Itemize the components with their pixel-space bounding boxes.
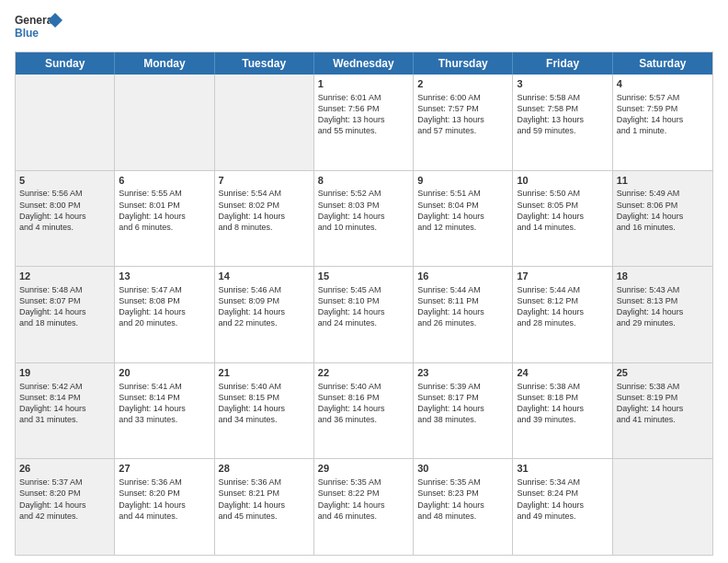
day-number: 13	[119, 270, 210, 283]
day-number: 26	[19, 462, 110, 476]
cell-info-line: and 29 minutes.	[617, 317, 709, 328]
cal-cell-23: 23Sunrise: 5:39 AMSunset: 8:17 PMDayligh…	[414, 363, 513, 459]
cell-info-line: Sunrise: 5:49 AM	[617, 188, 709, 199]
cell-info-line: and 26 minutes.	[417, 317, 508, 328]
cell-info-line: Sunrise: 5:42 AM	[19, 381, 110, 392]
cal-cell-20: 20Sunrise: 5:41 AMSunset: 8:14 PMDayligh…	[115, 363, 214, 459]
cell-info-line: Sunrise: 5:36 AM	[219, 477, 310, 488]
calendar: SundayMondayTuesdayWednesdayThursdayFrid…	[15, 52, 713, 556]
cal-cell-17: 17Sunrise: 5:44 AMSunset: 8:12 PMDayligh…	[513, 267, 612, 362]
cell-info-line: and 18 minutes.	[19, 317, 110, 328]
cal-header-day-wednesday: Wednesday	[314, 52, 414, 75]
cal-header-day-thursday: Thursday	[414, 52, 513, 75]
cell-info-line: Sunset: 8:22 PM	[318, 488, 409, 499]
cell-info-line: Sunrise: 5:47 AM	[119, 284, 210, 295]
cell-info-line: and 46 minutes.	[318, 511, 409, 522]
cell-info-line: Daylight: 13 hours	[517, 114, 608, 125]
cal-cell-21: 21Sunrise: 5:40 AMSunset: 8:15 PMDayligh…	[215, 363, 314, 459]
logo: General Blue	[15, 11, 63, 44]
cell-info-line: Sunset: 8:17 PM	[417, 392, 508, 403]
cell-info-line: Sunset: 8:01 PM	[119, 200, 210, 211]
cell-info-line: and 45 minutes.	[219, 511, 310, 522]
cell-info-line: Sunset: 8:20 PM	[119, 488, 210, 499]
cell-info-line: and 6 minutes.	[119, 222, 210, 233]
cell-info-line: and 49 minutes.	[517, 511, 608, 522]
cell-info-line: Sunset: 8:21 PM	[219, 488, 310, 499]
cell-info-line: Sunset: 8:15 PM	[219, 392, 310, 403]
day-number: 1	[318, 77, 409, 91]
cell-info-line: Sunrise: 5:50 AM	[517, 188, 608, 199]
cell-info-line: Daylight: 14 hours	[417, 500, 508, 511]
cell-info-line: and 39 minutes.	[517, 414, 608, 425]
cell-info-line: Sunset: 8:05 PM	[517, 200, 608, 211]
cell-info-line: Daylight: 14 hours	[617, 211, 709, 222]
cell-info-line: Sunrise: 5:48 AM	[19, 284, 110, 295]
cell-info-line: Daylight: 14 hours	[219, 403, 310, 414]
day-number: 17	[517, 270, 608, 283]
day-number: 5	[19, 174, 110, 188]
cell-info-line: Sunrise: 5:38 AM	[617, 381, 709, 392]
cal-cell-15: 15Sunrise: 5:45 AMSunset: 8:10 PMDayligh…	[314, 267, 414, 362]
cal-cell-4: 4Sunrise: 5:57 AMSunset: 7:59 PMDaylight…	[613, 75, 712, 170]
cal-cell-31: 31Sunrise: 5:34 AMSunset: 8:24 PMDayligh…	[513, 459, 612, 555]
cell-info-line: Sunrise: 5:40 AM	[318, 381, 409, 392]
cal-header-day-monday: Monday	[115, 52, 214, 75]
cell-info-line: Daylight: 14 hours	[617, 403, 709, 414]
cal-cell-5: 5Sunrise: 5:56 AMSunset: 8:00 PMDaylight…	[16, 171, 115, 267]
cell-info-line: and 24 minutes.	[318, 317, 409, 328]
cal-cell-12: 12Sunrise: 5:48 AMSunset: 8:07 PMDayligh…	[16, 267, 115, 362]
cal-cell-1: 1Sunrise: 6:01 AMSunset: 7:56 PMDaylight…	[314, 75, 414, 170]
cell-info-line: Sunset: 7:57 PM	[417, 103, 508, 114]
cell-info-line: Daylight: 14 hours	[318, 211, 409, 222]
cell-info-line: Sunrise: 5:54 AM	[219, 188, 310, 199]
day-number: 18	[617, 270, 709, 283]
day-number: 30	[417, 462, 508, 476]
cell-info-line: Sunrise: 5:43 AM	[617, 284, 709, 295]
cal-cell-25: 25Sunrise: 5:38 AMSunset: 8:19 PMDayligh…	[613, 363, 712, 459]
day-number: 24	[517, 366, 608, 380]
day-number: 28	[219, 462, 310, 476]
day-number: 15	[318, 270, 409, 283]
cell-info-line: Daylight: 14 hours	[219, 500, 310, 511]
cell-info-line: and 44 minutes.	[119, 511, 210, 522]
cal-cell-19: 19Sunrise: 5:42 AMSunset: 8:14 PMDayligh…	[16, 363, 115, 459]
cal-cell-2: 2Sunrise: 6:00 AMSunset: 7:57 PMDaylight…	[414, 75, 513, 170]
cell-info-line: Sunset: 8:06 PM	[617, 200, 709, 211]
cell-info-line: Sunrise: 5:51 AM	[417, 188, 508, 199]
cal-week-row-4: 19Sunrise: 5:42 AMSunset: 8:14 PMDayligh…	[16, 363, 712, 460]
cell-info-line: Daylight: 13 hours	[318, 114, 409, 125]
general-blue-logo-icon: General Blue	[15, 11, 63, 44]
day-number: 7	[219, 174, 310, 188]
day-number: 16	[417, 270, 508, 283]
cal-cell-empty-0-0	[16, 75, 115, 170]
cell-info-line: and 4 minutes.	[19, 222, 110, 233]
cell-info-line: and 42 minutes.	[19, 511, 110, 522]
cell-info-line: Sunrise: 5:34 AM	[517, 477, 608, 488]
cell-info-line: and 36 minutes.	[318, 414, 409, 425]
cal-cell-18: 18Sunrise: 5:43 AMSunset: 8:13 PMDayligh…	[613, 267, 712, 362]
cell-info-line: Daylight: 14 hours	[19, 306, 110, 317]
cell-info-line: and 28 minutes.	[517, 317, 608, 328]
cell-info-line: Sunrise: 5:44 AM	[517, 284, 608, 295]
day-number: 3	[517, 77, 608, 91]
cell-info-line: Sunrise: 5:56 AM	[19, 188, 110, 199]
cell-info-line: and 38 minutes.	[417, 414, 508, 425]
cell-info-line: Sunset: 7:58 PM	[517, 103, 608, 114]
cal-cell-28: 28Sunrise: 5:36 AMSunset: 8:21 PMDayligh…	[215, 459, 314, 555]
cell-info-line: Daylight: 14 hours	[19, 403, 110, 414]
cal-cell-30: 30Sunrise: 5:35 AMSunset: 8:23 PMDayligh…	[414, 459, 513, 555]
cell-info-line: Sunrise: 5:35 AM	[417, 477, 508, 488]
cell-info-line: Sunset: 8:13 PM	[617, 295, 709, 306]
cal-cell-24: 24Sunrise: 5:38 AMSunset: 8:18 PMDayligh…	[513, 363, 612, 459]
day-number: 10	[517, 174, 608, 188]
header: General Blue	[15, 11, 713, 44]
cal-cell-14: 14Sunrise: 5:46 AMSunset: 8:09 PMDayligh…	[215, 267, 314, 362]
cell-info-line: and 33 minutes.	[119, 414, 210, 425]
cell-info-line: Sunset: 7:59 PM	[617, 103, 709, 114]
cell-info-line: and 57 minutes.	[417, 125, 508, 136]
cell-info-line: Daylight: 14 hours	[517, 306, 608, 317]
cal-cell-6: 6Sunrise: 5:55 AMSunset: 8:01 PMDaylight…	[115, 171, 214, 267]
cell-info-line: Sunrise: 5:36 AM	[119, 477, 210, 488]
cell-info-line: Daylight: 14 hours	[119, 211, 210, 222]
cell-info-line: Daylight: 14 hours	[19, 211, 110, 222]
